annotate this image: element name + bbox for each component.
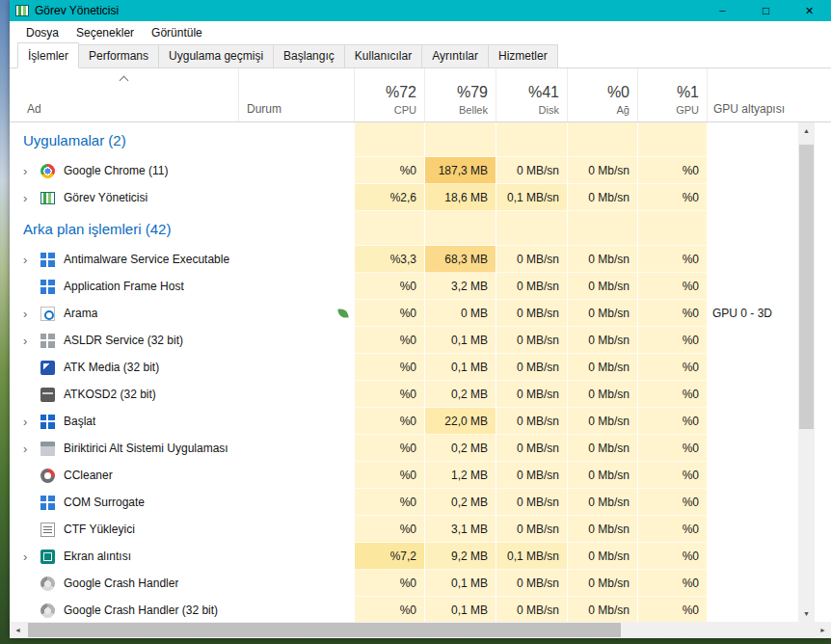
process-row[interactable]: ATK Media (32 bit)%00,1 MB0 MB/sn0 Mb/sn…: [10, 354, 798, 381]
process-name-cell[interactable]: ›Google Chrome (11): [10, 157, 238, 184]
scroll-left-icon[interactable]: ◄: [10, 622, 26, 638]
process-name: ATK Media (32 bit): [64, 361, 159, 374]
process-row[interactable]: Application Frame Host%03,2 MB0 MB/sn0 M…: [10, 273, 798, 300]
tab-hizmetler[interactable]: Hizmetler: [488, 44, 558, 67]
memory-cell: 1,2 MB: [424, 462, 496, 489]
expand-chevron-icon[interactable]: ›: [23, 307, 40, 321]
process-name-cell[interactable]: CTF Yükleyici: [10, 516, 238, 543]
column-header-name[interactable]: Ad: [10, 68, 238, 121]
tab-ayr-nt-lar[interactable]: Ayrıntılar: [421, 44, 489, 67]
process-row[interactable]: Google Crash Handler%00,1 MB0 MB/sn0 Mb/…: [10, 570, 798, 597]
horizontal-scrollbar-thumb[interactable]: [28, 623, 621, 637]
column-header-status[interactable]: Durum: [238, 68, 354, 121]
process-row[interactable]: ›Görev Yöneticisi%2,618,6 MB0,1 MB/sn0 M…: [10, 184, 798, 211]
gpu-engine-cell: [707, 516, 798, 543]
group-header-row[interactable]: Arka plan işlemleri (42): [10, 211, 798, 246]
column-header-mem[interactable]: %79Bellek: [424, 68, 496, 121]
cpu-cell: %0: [354, 489, 424, 516]
gpu-engine-cell: [707, 489, 798, 516]
process-name-cell[interactable]: ›Ekran alıntısı: [10, 543, 238, 570]
tab-i-lemler[interactable]: İşlemler: [17, 42, 79, 68]
tab-ba-lang[interactable]: Başlangıç: [273, 44, 345, 67]
process-row[interactable]: ›Ekran alıntısı%7,29,2 MB0,1 MB/sn0 Mb/s…: [10, 543, 798, 570]
memory-cell: [424, 122, 496, 157]
group-name-cell[interactable]: Arka plan işlemleri (42): [10, 211, 238, 246]
expand-chevron-icon[interactable]: ›: [23, 191, 40, 205]
title-bar[interactable]: Görev Yöneticisi: [10, 0, 831, 21]
column-header-gpu-engine-label: GPU altyapısı: [713, 102, 785, 116]
gpu-engine-cell: [707, 435, 798, 462]
vertical-scrollbar[interactable]: ▲ ▼: [798, 122, 815, 622]
process-name-cell[interactable]: ›Antimalware Service Executable: [10, 246, 238, 273]
scroll-up-icon[interactable]: ▲: [798, 122, 815, 139]
menu-se-enekler[interactable]: Seçenekler: [67, 23, 143, 42]
process-name-cell[interactable]: ATK Media (32 bit): [10, 354, 238, 381]
column-header-cpu[interactable]: %72CPU: [354, 68, 424, 121]
network-cell: [567, 211, 637, 246]
horizontal-scrollbar[interactable]: ◄ ►: [10, 622, 831, 638]
process-name-cell[interactable]: ATKOSD2 (32 bit): [10, 381, 238, 408]
process-name-cell[interactable]: ›Görev Yöneticisi: [10, 184, 238, 211]
column-header-disk[interactable]: %41Disk: [496, 68, 567, 121]
expand-chevron-icon[interactable]: ›: [23, 442, 40, 456]
group-label: Arka plan işlemleri (42): [23, 221, 171, 237]
process-name-cell[interactable]: Google Crash Handler: [10, 570, 238, 597]
expand-chevron-icon[interactable]: ›: [23, 164, 40, 178]
process-name-cell[interactable]: Application Frame Host: [10, 273, 238, 300]
disk-total-percent: %41: [528, 84, 559, 101]
process-row[interactable]: ›Biriktirici Alt Sistemi Uygulaması%00,2…: [10, 435, 798, 462]
minimize-button[interactable]: [701, 0, 744, 21]
process-row[interactable]: ›Antimalware Service Executable%3,368,3 …: [10, 246, 798, 273]
status-cell: [238, 246, 354, 273]
status-cell: [238, 354, 354, 381]
maximize-button[interactable]: [744, 0, 788, 21]
process-name-cell[interactable]: ›Başlat: [10, 408, 238, 435]
column-header-gpu[interactable]: %1GPU: [637, 68, 707, 121]
atkosd-icon: [40, 388, 55, 402]
tab-kullan-c-lar[interactable]: Kullanıcılar: [344, 44, 422, 67]
column-header-gpu-engine[interactable]: GPU altyapısı: [707, 68, 798, 121]
network-cell: 0 Mb/sn: [567, 327, 637, 354]
process-row[interactable]: ›ASLDR Service (32 bit)%00,1 MB0 MB/sn0 …: [10, 327, 798, 354]
gpu-cell: [637, 211, 707, 246]
process-name-cell[interactable]: COM Surrogate: [10, 489, 238, 516]
group-name-cell[interactable]: Uygulamalar (2): [10, 122, 238, 157]
tab-strip: İşlemlerPerformansUygulama geçmişiBaşlan…: [10, 43, 831, 68]
expand-chevron-icon[interactable]: ›: [23, 550, 40, 564]
process-row[interactable]: ATKOSD2 (32 bit)%00,2 MB0 MB/sn0 Mb/sn%0: [10, 381, 798, 408]
expand-chevron-icon[interactable]: ›: [23, 415, 40, 429]
close-button[interactable]: [788, 0, 831, 21]
cpu-cell: %0: [354, 354, 424, 381]
process-row[interactable]: CCleaner%01,2 MB0 MB/sn0 Mb/sn%0: [10, 462, 798, 489]
expand-chevron-icon[interactable]: ›: [23, 334, 40, 348]
memory-cell: 68,3 MB: [424, 246, 496, 273]
gpu-engine-cell: [707, 354, 798, 381]
mem-total-percent: %79: [457, 84, 488, 101]
column-header-net[interactable]: %0Ağ: [567, 68, 637, 121]
menu-dosya[interactable]: Dosya: [17, 23, 67, 42]
cpu-cell: [354, 211, 424, 246]
process-name-cell[interactable]: ›ASLDR Service (32 bit): [10, 327, 238, 354]
tab-uygulama-ge-mi-i[interactable]: Uygulama geçmişi: [158, 44, 274, 67]
menu-g-r-nt-le[interactable]: Görüntüle: [143, 23, 211, 42]
process-name-cell[interactable]: ›Arama: [10, 300, 238, 327]
disk-cell: 0 MB/sn: [496, 246, 567, 273]
scroll-right-icon[interactable]: ►: [815, 622, 831, 638]
process-name-cell[interactable]: ›Biriktirici Alt Sistemi Uygulaması: [10, 435, 238, 462]
group-header-row[interactable]: Uygulamalar (2): [10, 122, 798, 157]
process-row[interactable]: ›Başlat%022,0 MB0 MB/sn0 Mb/sn%0: [10, 408, 798, 435]
expand-chevron-icon[interactable]: ›: [23, 253, 40, 267]
process-name-cell[interactable]: CCleaner: [10, 462, 238, 489]
process-name-cell[interactable]: Google Crash Handler (32 bit): [10, 597, 238, 622]
process-row[interactable]: ›Google Chrome (11)%0187,3 MB0 MB/sn0 Mb…: [10, 157, 798, 184]
process-name: Google Crash Handler (32 bit): [64, 604, 218, 617]
process-row[interactable]: Google Crash Handler (32 bit)%00,1 MB0 M…: [10, 597, 798, 622]
vertical-scrollbar-thumb[interactable]: [799, 145, 814, 429]
column-header-status-label: Durum: [247, 102, 281, 116]
scroll-down-icon[interactable]: ▼: [798, 605, 815, 622]
process-row[interactable]: ›Arama%00 MB0 MB/sn0 Mb/sn%0GPU 0 - 3D: [10, 300, 798, 327]
tab-performans[interactable]: Performans: [78, 44, 159, 67]
process-row[interactable]: COM Surrogate%00,2 MB0 MB/sn0 Mb/sn%0: [10, 489, 798, 516]
process-row[interactable]: CTF Yükleyici%03,1 MB0 MB/sn0 Mb/sn%0: [10, 516, 798, 543]
window-icon-gray: [40, 334, 55, 348]
